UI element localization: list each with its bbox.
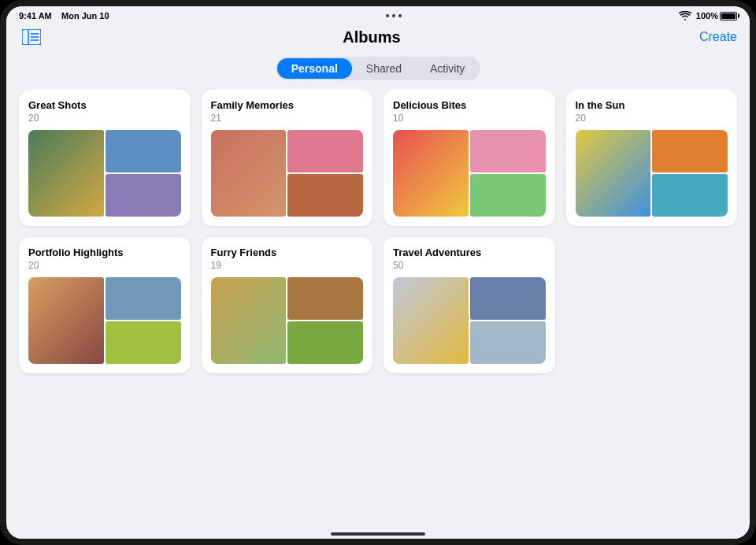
ipad-screen: 9:41 AM Mon Jun 10 100%	[6, 6, 750, 539]
photo-cell-1	[652, 130, 728, 172]
battery-body	[720, 12, 737, 20]
album-count: 50	[393, 260, 546, 271]
album-card-furry-friends[interactable]: Furry Friends19	[202, 237, 373, 373]
album-photo-grid	[393, 277, 546, 364]
album-photo-grid	[28, 277, 181, 364]
photo-cell-1	[470, 130, 546, 172]
create-button[interactable]: Create	[699, 30, 737, 44]
sidebar-icon	[22, 29, 41, 45]
photo-cell-large	[211, 277, 287, 364]
photo-cell-2	[470, 321, 546, 364]
album-title: Family Memories	[211, 99, 364, 111]
time-display: 9:41 AM	[19, 11, 52, 20]
photo-cell-large	[28, 277, 104, 364]
dot2	[392, 14, 395, 17]
album-title: Portfolio Highlights	[28, 247, 181, 258]
photo-cell-1	[106, 130, 181, 172]
albums-content: Great Shots20Family Memories21Delicious …	[6, 90, 750, 528]
photo-cell-2	[287, 174, 363, 217]
tab-shared[interactable]: Shared	[352, 58, 416, 79]
photo-cell-2	[106, 174, 181, 217]
status-right: 100%	[679, 11, 737, 20]
album-count: 20	[576, 113, 728, 124]
photo-cell-1	[287, 130, 363, 172]
date-display: Mon Jun 10	[61, 11, 109, 20]
photo-cell-2	[470, 174, 546, 217]
battery-percent: 100%	[696, 11, 718, 20]
page-title: Albums	[343, 28, 400, 46]
album-count: 20	[28, 260, 181, 271]
album-photo-grid	[576, 130, 728, 217]
albums-grid: Great Shots20Family Memories21Delicious …	[19, 90, 737, 373]
album-photo-grid	[211, 277, 364, 364]
nav-bar: Albums Create	[6, 24, 750, 54]
photo-cell-large	[576, 130, 651, 217]
album-count: 19	[211, 260, 364, 271]
battery-fill	[721, 13, 736, 19]
status-center-dots	[386, 14, 402, 17]
album-title: In the Sun	[576, 99, 728, 111]
status-bar: 9:41 AM Mon Jun 10 100%	[6, 6, 750, 24]
ipad-frame: 9:41 AM Mon Jun 10 100%	[0, 0, 756, 545]
album-photo-grid	[28, 130, 181, 217]
home-indicator	[6, 528, 750, 539]
status-time: 9:41 AM Mon Jun 10	[19, 11, 109, 20]
album-card-delicious-bites[interactable]: Delicious Bites10	[384, 90, 555, 226]
wifi-icon	[679, 11, 691, 20]
photo-cell-large	[28, 130, 104, 217]
photo-cell-large	[393, 277, 469, 364]
sidebar-toggle-button[interactable]	[19, 27, 44, 47]
dot3	[398, 14, 402, 17]
photo-cell-1	[470, 277, 546, 320]
photo-cell-1	[106, 277, 181, 320]
album-count: 10	[393, 113, 546, 124]
segmented-control: Personal Shared Activity	[6, 54, 750, 90]
photo-cell-2	[106, 321, 181, 364]
photo-cell-2	[287, 321, 363, 364]
album-card-portfolio-highlights[interactable]: Portfolio Highlights20	[19, 237, 191, 373]
album-photo-grid	[211, 130, 364, 217]
tab-personal[interactable]: Personal	[277, 58, 352, 79]
home-bar	[331, 532, 425, 536]
album-card-travel-adventures[interactable]: Travel Adventures50	[384, 237, 555, 373]
album-card-in-the-sun[interactable]: In the Sun20	[566, 90, 738, 226]
photo-cell-large	[393, 130, 469, 217]
seg-inner: Personal Shared Activity	[276, 57, 481, 80]
album-title: Great Shots	[28, 99, 181, 111]
album-card-great-shots[interactable]: Great Shots20	[19, 90, 191, 226]
album-photo-grid	[393, 130, 546, 217]
tab-activity[interactable]: Activity	[416, 58, 479, 79]
battery-indicator: 100%	[696, 11, 737, 20]
album-card-family-memories[interactable]: Family Memories21	[202, 90, 373, 226]
photo-cell-2	[652, 174, 728, 217]
photo-cell-1	[287, 277, 363, 320]
album-count: 21	[211, 113, 364, 124]
album-title: Travel Adventures	[393, 247, 546, 258]
album-title: Furry Friends	[211, 247, 364, 258]
dot1	[386, 14, 389, 17]
album-count: 20	[28, 113, 181, 124]
photo-cell-large	[211, 130, 287, 217]
album-title: Delicious Bites	[393, 99, 546, 111]
